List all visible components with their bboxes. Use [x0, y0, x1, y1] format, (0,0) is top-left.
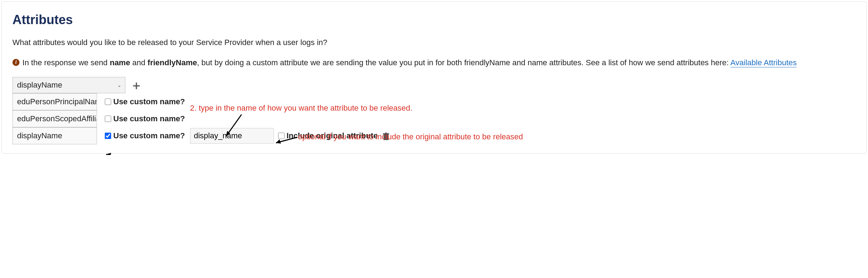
info-icon: i — [12, 59, 20, 66]
panel-description: What attributes would you like to be rel… — [12, 37, 856, 48]
use-custom-name-checkbox[interactable] — [105, 116, 111, 122]
add-attribute-button[interactable]: ＋ — [130, 79, 142, 91]
attribute-select-row: displayName ⌄ ＋ — [12, 77, 856, 93]
info-note: i In the response we send name and frien… — [12, 57, 856, 68]
attributes-panel: Attributes What attributes would you lik… — [1, 1, 867, 154]
use-custom-name-label: Use custom name? — [113, 131, 185, 140]
use-custom-name-checkbox[interactable] — [105, 133, 111, 139]
attribute-name-cell[interactable]: eduPersonScopedAffiliation — [12, 110, 97, 127]
attribute-name-cell[interactable]: eduPersonPrincipalName — [12, 93, 97, 110]
svg-marker-6 — [276, 139, 281, 144]
use-custom-name-checkbox[interactable] — [105, 99, 111, 105]
arrow-icon — [101, 151, 137, 155]
arrow-icon — [272, 134, 300, 145]
use-custom-name-label: Use custom name? — [113, 114, 185, 123]
arrow-icon — [219, 112, 244, 144]
chevron-down-icon: ⌄ — [117, 82, 121, 88]
attribute-select-value: displayName — [17, 80, 62, 90]
use-custom-name-label: Use custom name? — [113, 97, 185, 106]
available-attributes-link[interactable]: Available Attributes — [731, 58, 797, 67]
annotation-optional: optional if you want to include the orig… — [298, 132, 523, 141]
attribute-select[interactable]: displayName ⌄ — [12, 77, 125, 93]
panel-title: Attributes — [12, 12, 856, 27]
svg-marker-8 — [106, 153, 111, 155]
attribute-name-cell[interactable]: displayName — [12, 127, 97, 144]
